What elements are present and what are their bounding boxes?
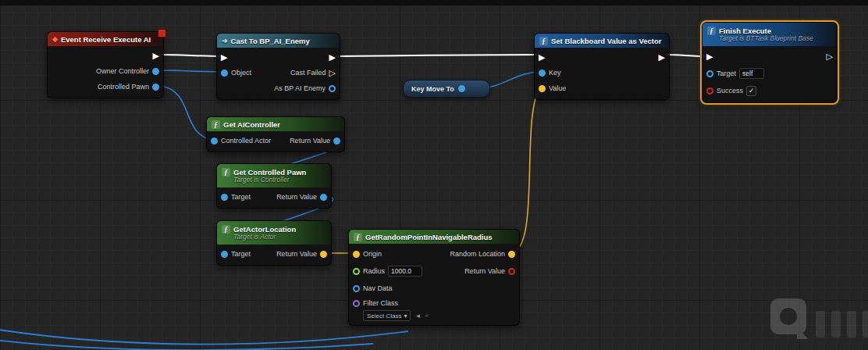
controlled-pawn-pin[interactable] bbox=[152, 84, 159, 91]
origin-pin[interactable] bbox=[353, 251, 360, 258]
random-location-pin[interactable] bbox=[508, 251, 515, 258]
pin-label-controlled-pawn: Controlled Pawn bbox=[98, 83, 149, 91]
cast-failed-exec-pin[interactable]: ▷ bbox=[329, 69, 336, 77]
exec-in-pin[interactable]: ▶ bbox=[706, 52, 713, 61]
browse-icon[interactable]: ⌕ bbox=[425, 312, 428, 320]
function-icon: ƒ bbox=[222, 225, 230, 234]
pin-label-key: Key bbox=[549, 69, 561, 77]
exec-out-pin[interactable]: ▷ bbox=[827, 52, 833, 61]
wire-owner-controller-to-object[interactable] bbox=[161, 70, 224, 72]
exec-out-pin[interactable]: ▶ bbox=[153, 52, 159, 60]
value-pin[interactable] bbox=[539, 85, 546, 92]
pin-label-origin: Origin bbox=[363, 250, 382, 258]
object-pin[interactable] bbox=[221, 70, 228, 77]
function-icon: ƒ bbox=[212, 120, 220, 129]
function-icon: ƒ bbox=[707, 27, 716, 35]
function-icon: ƒ bbox=[539, 37, 548, 45]
node-title: Event Receive Execute AI bbox=[61, 35, 151, 44]
node-header[interactable]: ƒ Finish Execute Target is BTTask Bluepr… bbox=[703, 23, 837, 46]
use-selected-icon[interactable]: ◄ bbox=[414, 312, 421, 320]
return-value-pin[interactable] bbox=[320, 194, 327, 201]
pin-label-target: Target bbox=[231, 250, 251, 258]
pin-label-cast-failed: Cast Failed bbox=[290, 69, 326, 77]
node-title: Get AIController bbox=[223, 120, 280, 129]
radius-pin[interactable] bbox=[353, 268, 360, 275]
event-icon: ◆ bbox=[52, 36, 58, 43]
target-pin[interactable] bbox=[221, 194, 228, 201]
dropdown-caret-icon: ▾ bbox=[404, 312, 407, 320]
node-set-blackboard-value-as-vector[interactable]: ƒ Set Blackboard Value as Vector ▶ ▶ Key… bbox=[534, 33, 670, 100]
pin-label-as-bp-ai-enemy: As BP AI Enemy bbox=[274, 84, 326, 92]
controlled-actor-pin[interactable] bbox=[211, 138, 218, 145]
exec-out-pin[interactable]: ▶ bbox=[329, 53, 336, 62]
pin-label-value: Value bbox=[549, 84, 566, 92]
return-value-pin[interactable] bbox=[333, 138, 340, 145]
node-event-receive-execute-ai[interactable]: ◆ Event Receive Execute AI ▶ Owner Contr… bbox=[47, 31, 164, 98]
as-bp-ai-enemy-pin[interactable] bbox=[329, 85, 336, 92]
owner-controller-pin[interactable] bbox=[152, 68, 159, 75]
pin-label-target: Target bbox=[231, 193, 251, 201]
watermark-logo bbox=[761, 295, 868, 350]
exec-out-pin[interactable]: ▶ bbox=[659, 53, 665, 62]
wire-exec-cast-to-setblackboard[interactable] bbox=[336, 55, 540, 56]
pin-label-radius: Radius bbox=[363, 267, 385, 275]
exec-in-pin[interactable]: ▶ bbox=[221, 53, 227, 62]
pin-label-target: Target bbox=[717, 70, 736, 77]
pin-label-filter-class: Filter Class bbox=[363, 299, 398, 307]
filter-class-selected: Select Class bbox=[367, 312, 401, 320]
node-flag-badge bbox=[158, 29, 166, 38]
exec-in-pin[interactable]: ▶ bbox=[539, 53, 545, 62]
node-finish-execute[interactable]: ƒ Finish Execute Target is BTTask Bluepr… bbox=[702, 22, 838, 103]
target-value-input[interactable] bbox=[739, 68, 764, 79]
pin-label-return-value: Return Value bbox=[290, 137, 330, 145]
node-header[interactable]: ƒ GetRandomPointInNavigableRadius bbox=[349, 230, 519, 244]
pin-label-nav-data: Nav Data bbox=[363, 284, 393, 292]
wire-offscreen-bottom-2[interactable] bbox=[0, 340, 373, 350]
node-subtitle: Target is Controller bbox=[233, 177, 290, 184]
variable-label: Key Move To bbox=[411, 85, 454, 93]
wire-exec-event-to-cast[interactable] bbox=[160, 55, 223, 56]
key-move-to-out-pin[interactable] bbox=[458, 85, 465, 92]
wire-offscreen-bottom-1[interactable] bbox=[0, 329, 408, 345]
target-pin[interactable] bbox=[706, 70, 713, 77]
node-header[interactable]: ƒ Get Controlled Pawn Target is Controll… bbox=[217, 164, 331, 188]
node-header[interactable]: ◆ Event Receive Execute AI bbox=[48, 32, 163, 46]
pin-label-owner-controller: Owner Controller bbox=[96, 67, 149, 75]
filter-class-pin[interactable] bbox=[353, 300, 360, 307]
nav-data-pin[interactable] bbox=[353, 285, 360, 292]
node-get-random-point-in-navigable-radius[interactable]: ƒ GetRandomPointInNavigableRadius Origin… bbox=[348, 229, 520, 326]
node-subtitle: Target is BTTask Blueprint Base bbox=[719, 35, 813, 42]
key-pin[interactable] bbox=[539, 70, 546, 77]
success-pin[interactable] bbox=[706, 88, 713, 95]
node-get-controlled-pawn[interactable]: ƒ Get Controlled Pawn Target is Controll… bbox=[216, 163, 332, 209]
pin-label-controlled-actor: Controlled Actor bbox=[221, 137, 271, 145]
filter-class-dropdown[interactable]: Select Class ▾ bbox=[363, 310, 411, 321]
node-subtitle: Target is Actor bbox=[233, 234, 276, 241]
node-get-actor-location[interactable]: ƒ GetActorLocation Target is Actor Targe… bbox=[216, 220, 332, 266]
node-title: Set Blackboard Value as Vector bbox=[551, 37, 662, 45]
success-checkbox[interactable]: ✓ bbox=[746, 86, 756, 96]
radius-value-input[interactable] bbox=[388, 266, 422, 277]
wire-controlled-pawn-to-controlled-actor[interactable] bbox=[161, 86, 212, 140]
blueprint-canvas[interactable]: ◆ Event Receive Execute AI ▶ Owner Contr… bbox=[0, 0, 868, 350]
pin-label-return-value: Return Value bbox=[464, 267, 505, 275]
pin-label-success: Success bbox=[717, 87, 743, 95]
return-value-pin[interactable] bbox=[508, 268, 515, 275]
return-value-pin[interactable] bbox=[320, 251, 327, 258]
node-get-aicontroller[interactable]: ƒ Get AIController Controlled Actor Retu… bbox=[206, 116, 345, 152]
pin-label-object: Object bbox=[231, 69, 251, 77]
pin-label-return-value: Return Value bbox=[276, 193, 317, 201]
node-header[interactable]: ƒ GetActorLocation Target is Actor bbox=[217, 221, 331, 245]
pin-label-return-value: Return Value bbox=[276, 250, 317, 258]
function-icon: ƒ bbox=[222, 168, 230, 177]
pin-label-random-location: Random Location bbox=[450, 250, 505, 258]
target-pin[interactable] bbox=[221, 251, 228, 258]
node-header[interactable]: ƒ Get AIController bbox=[207, 117, 344, 131]
node-header[interactable]: ➜ Cast To BP_AI_Enemy bbox=[217, 34, 340, 48]
node-key-move-to[interactable]: Key Move To bbox=[403, 80, 490, 98]
function-icon: ƒ bbox=[354, 233, 362, 241]
node-title: GetRandomPointInNavigableRadius bbox=[365, 233, 493, 241]
node-cast-to-bp-ai-enemy[interactable]: ➜ Cast To BP_AI_Enemy ▶ ▶ Object Cast Fa… bbox=[216, 33, 340, 100]
cast-icon: ➜ bbox=[222, 38, 228, 45]
node-header[interactable]: ƒ Set Blackboard Value as Vector bbox=[535, 34, 669, 48]
